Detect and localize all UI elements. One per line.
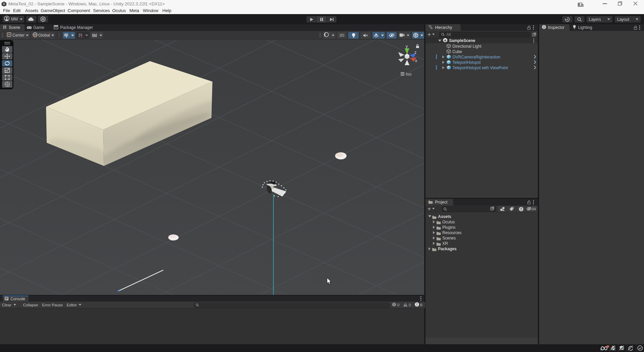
svg-text:Iso: Iso bbox=[406, 72, 411, 77]
svg-text:y: y bbox=[406, 44, 408, 49]
svg-text:x: x bbox=[415, 58, 417, 63]
svg-text:Y: Y bbox=[66, 35, 68, 38]
svg-text:z: z bbox=[414, 50, 416, 55]
